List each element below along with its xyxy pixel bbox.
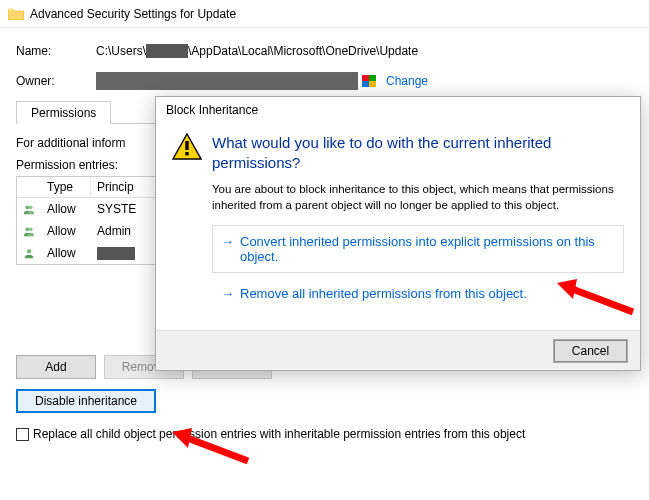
svg-rect-1 <box>369 75 376 81</box>
window-title: Advanced Security Settings for Update <box>30 7 236 21</box>
dialog-heading: What would you like to do with the curre… <box>212 133 624 172</box>
dialog-title: Block Inheritance <box>156 97 640 127</box>
window: Advanced Security Settings for Update Na… <box>0 0 650 500</box>
user-icon <box>23 247 35 259</box>
shield-icon <box>362 75 376 87</box>
col-icon <box>17 177 41 197</box>
arrow-icon: → <box>221 234 234 249</box>
titlebar: Advanced Security Settings for Update <box>0 0 649 28</box>
replace-checkbox-row[interactable]: Replace all child object permission entr… <box>16 427 633 441</box>
svg-point-4 <box>25 205 29 209</box>
path-suffix: \AppData\Local\Microsoft\OneDrive\Update <box>188 44 418 58</box>
option-convert-label: Convert inherited permissions into expli… <box>240 234 615 264</box>
svg-point-7 <box>29 227 33 231</box>
checkbox-icon[interactable] <box>16 428 29 441</box>
arrow-icon: → <box>221 286 234 301</box>
add-button[interactable]: Add <box>16 355 96 379</box>
dialog-footer: Cancel <box>156 330 640 370</box>
name-path: C:\Users\\AppData\Local\Microsoft\OneDri… <box>96 44 418 59</box>
svg-rect-10 <box>185 152 188 155</box>
block-inheritance-dialog: Block Inheritance What would you like to… <box>155 96 641 371</box>
disable-inheritance-button[interactable]: Disable inheritance <box>16 389 156 413</box>
users-icon <box>23 225 35 237</box>
cell-type: Allow <box>41 222 91 240</box>
cancel-button[interactable]: Cancel <box>553 339 628 363</box>
users-icon <box>23 203 35 215</box>
path-prefix: C:\Users\ <box>96 44 146 58</box>
owner-label: Owner: <box>16 74 96 88</box>
owner-row: Owner: Change <box>16 70 633 92</box>
redacted-principal <box>97 247 135 260</box>
svg-rect-3 <box>369 81 376 87</box>
dialog-text: You are about to block inheritance to th… <box>212 182 624 213</box>
col-type[interactable]: Type <box>41 177 91 197</box>
svg-point-5 <box>29 205 33 209</box>
option-remove[interactable]: → Remove all inherited permissions from … <box>212 277 624 310</box>
name-row: Name: C:\Users\\AppData\Local\Microsoft\… <box>16 40 633 62</box>
tab-permissions[interactable]: Permissions <box>16 101 111 124</box>
replace-checkbox-label: Replace all child object permission entr… <box>33 427 525 441</box>
warning-icon <box>172 133 202 161</box>
cell-type: Allow <box>41 200 91 218</box>
option-remove-label: Remove all inherited permissions from th… <box>240 286 527 301</box>
cell-type: Allow <box>41 244 91 262</box>
svg-rect-2 <box>362 81 369 87</box>
folder-icon <box>8 7 24 20</box>
svg-rect-0 <box>362 75 369 81</box>
svg-rect-9 <box>185 141 188 150</box>
change-link[interactable]: Change <box>386 74 428 88</box>
svg-point-6 <box>25 227 29 231</box>
redacted-owner <box>96 72 358 90</box>
redacted-user <box>146 44 188 58</box>
name-label: Name: <box>16 44 96 58</box>
svg-point-8 <box>27 249 31 253</box>
option-convert[interactable]: → Convert inherited permissions into exp… <box>212 225 624 273</box>
